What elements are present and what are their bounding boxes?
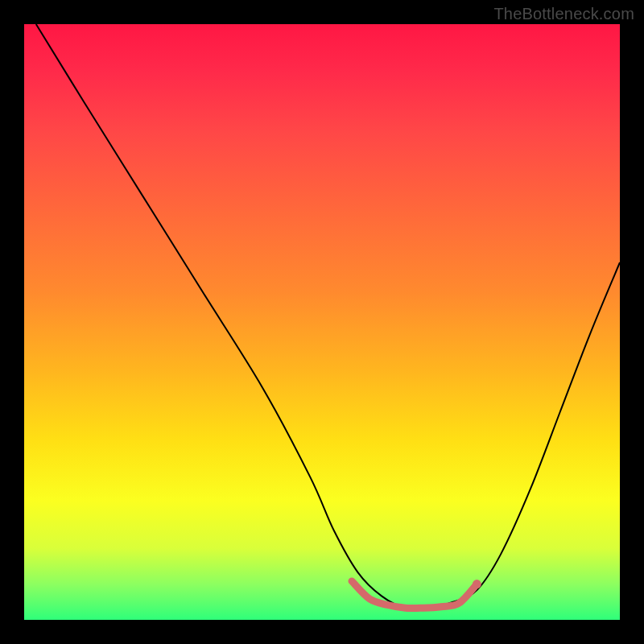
chart-frame: TheBottleneck.com — [0, 0, 644, 644]
watermark-label: TheBottleneck.com — [493, 5, 634, 23]
bottleneck-curve — [36, 24, 620, 609]
good-range-marker — [352, 581, 477, 609]
good-range-end-dot — [473, 580, 481, 588]
plot-area — [24, 24, 620, 620]
chart-svg — [24, 24, 620, 620]
